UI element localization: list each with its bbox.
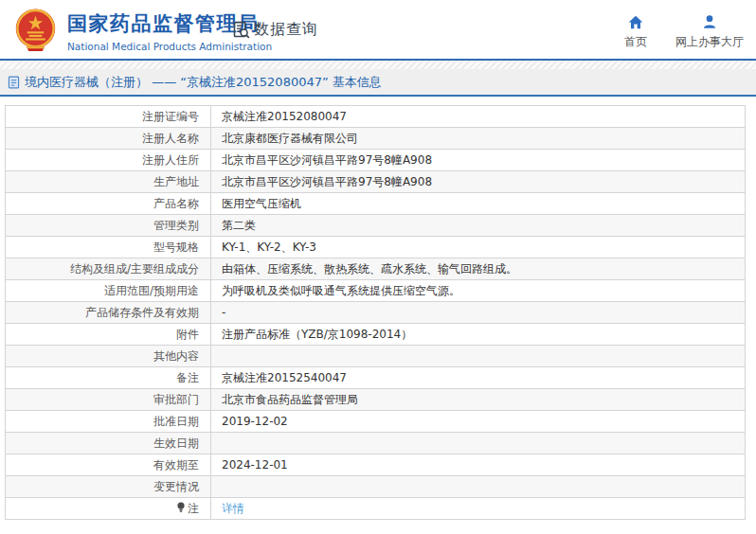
row-value: 京械注准20152080047 (211, 106, 746, 128)
row-label: 生产地址 (6, 171, 211, 193)
info-table: 注册证编号京械注准20152080047注册人名称北京康都医疗器械有限公司注册人… (5, 105, 746, 520)
row-label: 注册证编号 (6, 106, 211, 128)
row-label: 变更情况 (6, 476, 211, 498)
table-row: 型号规格KY-1、KY-2、KY-3 (6, 237, 746, 258)
table-row: 有效期至2024-12-01 (6, 454, 746, 476)
info-table-body: 注册证编号京械注准20152080047注册人名称北京康都医疗器械有限公司注册人… (6, 106, 746, 520)
row-label: 生效日期 (6, 433, 211, 454)
row-label: 结构及组成/主要组成成分 (6, 258, 211, 280)
row-value: 北京市食品药品监督管理局 (211, 389, 746, 411)
row-value: 北京康都医疗器械有限公司 (211, 128, 746, 150)
row-value: KY-1、KY-2、KY-3 (211, 237, 746, 258)
data-query-title: 数据查询 (231, 20, 318, 40)
lightbulb-icon (176, 502, 186, 513)
row-label: 注册人住所 (6, 150, 211, 171)
national-emblem-logo (11, 7, 60, 55)
row-value: 北京市昌平区沙河镇昌平路97号8幢A908 (211, 150, 746, 171)
data-query-label: 数据查询 (254, 20, 318, 40)
document-icon (8, 76, 20, 89)
table-row: 产品名称医用空气压缩机 (6, 193, 746, 215)
table-row: 管理类别第二类 (6, 215, 746, 237)
data-query-search-icon (231, 20, 251, 40)
site-header: 国家药品监督管理局 National Medical Products Admi… (0, 0, 756, 61)
row-value: 第二类 (211, 215, 746, 237)
row-label: 附件 (6, 324, 211, 346)
table-row: 其他内容 (6, 346, 746, 367)
row-value: 详情 (211, 498, 746, 520)
row-value: 医用空气压缩机 (211, 193, 746, 215)
row-label: 适用范围/预期用途 (6, 280, 211, 302)
row-value (211, 433, 746, 454)
org-name-en: National Medical Products Administration (67, 41, 272, 52)
breadcrumb-text: 境内医疗器械（注册） —— “京械注准20152080047” 基本信息 (25, 74, 382, 91)
row-label: 审批部门 (6, 389, 211, 411)
details-link[interactable]: 详情 (222, 502, 244, 515)
row-label: 批准日期 (6, 411, 211, 433)
row-value (211, 476, 746, 498)
row-value: 2024-12-01 (211, 454, 746, 476)
table-row: 注册人名称北京康都医疗器械有限公司 (6, 128, 746, 150)
row-label: 产品名称 (6, 193, 211, 215)
top-nav: 首页 网上办事大厅 (624, 14, 744, 50)
row-label: 有效期至 (6, 454, 211, 476)
row-value: 2019-12-02 (211, 411, 746, 433)
table-row: 注册人住所北京市昌平区沙河镇昌平路97号8幢A908 (6, 150, 746, 171)
table-row: 生效日期 (6, 433, 746, 454)
nav-home-label: 首页 (624, 34, 647, 50)
row-label: 型号规格 (6, 237, 211, 258)
row-label: 产品储存条件及有效期 (6, 302, 211, 324)
row-label: 注册人名称 (6, 128, 211, 150)
breadcrumb: 境内医疗器械（注册） —— “京械注准20152080047” 基本信息 (0, 69, 756, 97)
table-row: 附件注册产品标准（YZB/京1098-2014） (6, 324, 746, 346)
nav-home[interactable]: 首页 (624, 14, 647, 50)
table-row: 变更情况 (6, 476, 746, 498)
row-label: 管理类别 (6, 215, 211, 237)
page: 国家药品监督管理局 National Medical Products Admi… (0, 0, 756, 520)
row-value: 为呼吸机及类似呼吸通气系统提供压缩空气源。 (211, 280, 746, 302)
row-label: 其他内容 (6, 346, 211, 367)
row-value: - (211, 302, 746, 324)
row-value: 注册产品标准（YZB/京1098-2014） (211, 324, 746, 346)
table-row: 产品储存条件及有效期- (6, 302, 746, 324)
table-row: 生产地址北京市昌平区沙河镇昌平路97号8幢A908 (6, 171, 746, 193)
home-icon (628, 14, 643, 29)
row-value (211, 346, 746, 367)
table-row: 适用范围/预期用途为呼吸机及类似呼吸通气系统提供压缩空气源。 (6, 280, 746, 302)
nav-service-hall-label: 网上办事大厅 (675, 34, 744, 50)
table-row: 结构及组成/主要组成成分由箱体、压缩系统、散热系统、疏水系统、输气回路组成。 (6, 258, 746, 280)
table-row: 备注京械注准20152540047 (6, 367, 746, 389)
table-row: 审批部门北京市食品药品监督管理局 (6, 389, 746, 411)
user-icon (702, 14, 717, 29)
main-content: 注册证编号京械注准20152080047注册人名称北京康都医疗器械有限公司注册人… (0, 97, 756, 520)
row-value: 由箱体、压缩系统、散热系统、疏水系统、输气回路组成。 (211, 258, 746, 280)
row-label: 备注 (6, 367, 211, 389)
table-row: 批准日期2019-12-02 (6, 411, 746, 433)
nav-service-hall[interactable]: 网上办事大厅 (675, 14, 744, 50)
row-label: 注 (6, 498, 211, 520)
row-value: 京械注准20152540047 (211, 367, 746, 389)
table-row: 注册证编号京械注准20152080047 (6, 106, 746, 128)
table-row: 注详情 (6, 498, 746, 520)
row-value: 北京市昌平区沙河镇昌平路97号8幢A908 (211, 171, 746, 193)
hatch-divider (0, 61, 756, 69)
